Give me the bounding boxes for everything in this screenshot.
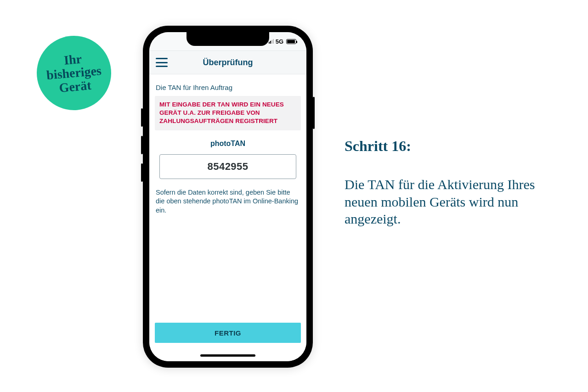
side-panel: Schritt 16: Die TAN für die Aktivierung … (345, 138, 547, 228)
device-badge: Ihr bisheriges Gerät (34, 33, 114, 113)
warning-text: MIT EINGABE DER TAN WIRD EIN NEUES GERÄT… (159, 101, 296, 126)
tan-label: photoTAN (155, 140, 301, 148)
phone-screen: 5G Überprüfung Die TAN für Ihren Auftrag… (149, 32, 306, 361)
footer-area: FERTIG (149, 318, 306, 361)
badge-line: Gerät (58, 78, 91, 95)
tan-value-field: 8542955 (159, 154, 296, 179)
network-label: 5G (276, 38, 283, 45)
step-description: Die TAN für die Aktivierung Ihres neuen … (345, 176, 547, 228)
tan-subtitle: Die TAN für Ihren Auftrag (156, 84, 300, 91)
warning-box: MIT EINGABE DER TAN WIRD EIN NEUES GERÄT… (155, 96, 301, 130)
app-header: Überprüfung (149, 50, 306, 74)
tan-instruction: Sofern die Daten korrekt sind, geben Sie… (155, 188, 301, 215)
page-title: Überprüfung (149, 58, 306, 67)
step-title: Schritt 16: (345, 138, 547, 155)
menu-icon[interactable] (156, 58, 168, 67)
phone-notch (187, 32, 269, 46)
device-badge-text: Ihr bisheriges Gerät (45, 50, 103, 95)
phone-frame: 5G Überprüfung Die TAN für Ihren Auftrag… (143, 26, 313, 368)
battery-icon (286, 39, 296, 44)
signal-icon (269, 39, 274, 44)
content-area: Die TAN für Ihren Auftrag MIT EINGABE DE… (149, 74, 306, 329)
done-button[interactable]: FERTIG (155, 323, 301, 343)
home-indicator[interactable] (200, 354, 255, 357)
tan-value: 8542955 (207, 161, 248, 173)
